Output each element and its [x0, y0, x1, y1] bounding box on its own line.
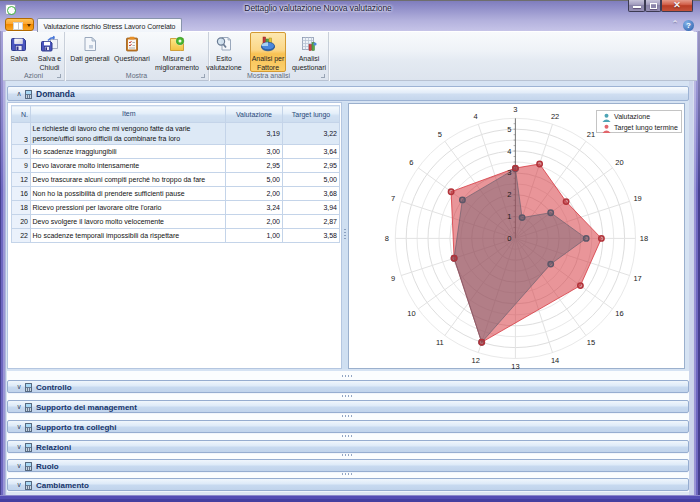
- svg-text:3: 3: [513, 105, 517, 114]
- svg-text:15: 15: [587, 338, 595, 347]
- svg-text:4: 4: [474, 112, 478, 121]
- svg-text:11: 11: [436, 338, 444, 347]
- svg-text:19: 19: [633, 194, 641, 203]
- svg-text:13: 13: [511, 362, 519, 370]
- svg-text:7: 7: [391, 194, 395, 203]
- svg-text:3: 3: [507, 168, 511, 177]
- svg-text:4: 4: [507, 147, 511, 156]
- svg-text:2: 2: [507, 190, 511, 199]
- svg-text:8: 8: [385, 234, 389, 243]
- svg-text:1: 1: [507, 212, 511, 221]
- svg-text:21: 21: [587, 130, 595, 139]
- svg-text:5: 5: [438, 130, 442, 139]
- svg-text:22: 22: [551, 112, 559, 121]
- svg-text:14: 14: [551, 356, 559, 365]
- svg-text:10: 10: [407, 309, 415, 318]
- svg-text:20: 20: [615, 158, 623, 167]
- svg-text:12: 12: [472, 356, 480, 365]
- svg-text:5: 5: [507, 125, 511, 134]
- svg-text:16: 16: [615, 309, 623, 318]
- svg-text:0: 0: [507, 234, 511, 243]
- svg-text:17: 17: [633, 274, 641, 283]
- svg-text:6: 6: [409, 158, 413, 167]
- svg-text:9: 9: [391, 274, 395, 283]
- svg-text:18: 18: [640, 234, 648, 243]
